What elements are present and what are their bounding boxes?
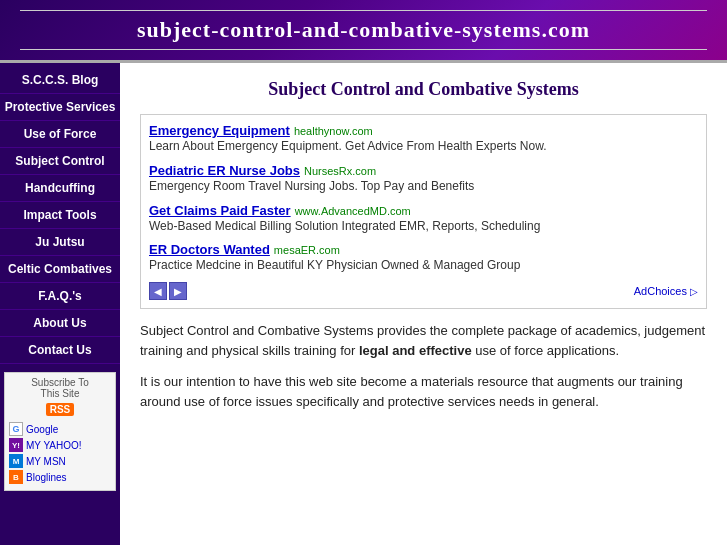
ad-source: healthynow.com	[294, 125, 373, 137]
sub-link-bloglines[interactable]: BBloglines	[9, 470, 111, 484]
ad-source: www.AdvancedMD.com	[295, 205, 411, 217]
msn-icon: M	[9, 454, 23, 468]
sidebar-item-faq[interactable]: F.A.Q.'s	[0, 283, 120, 310]
ad-desc: Web-Based Medical Billing Solution Integ…	[149, 218, 698, 235]
nav-list: S.C.C.S. BlogProtective ServicesUse of F…	[0, 67, 120, 364]
body-para-2: It is our intention to have this web sit…	[140, 372, 707, 411]
bloglines-icon: B	[9, 470, 23, 484]
ad-source: mesaER.com	[274, 244, 340, 256]
main-layout: S.C.C.S. BlogProtective ServicesUse of F…	[0, 63, 727, 545]
sidebar-item-use-of-force[interactable]: Use of Force	[0, 121, 120, 148]
sub-link-label-google: Google	[26, 424, 58, 435]
ad-choices-icon: ▷	[690, 286, 698, 297]
header: subject-control-and-combative-systems.co…	[0, 0, 727, 63]
ads-list: Emergency Equipmenthealthynow.comLearn A…	[149, 123, 698, 274]
sidebar-item-contact[interactable]: Contact Us	[0, 337, 120, 364]
sub-link-yahoo[interactable]: Y!MY YAHOO!	[9, 438, 111, 452]
ad-prev-button[interactable]: ◀	[149, 282, 167, 300]
ad-item: ER Doctors WantedmesaER.comPractice Medc…	[149, 242, 698, 274]
sidebar-item-impact-tools[interactable]: Impact Tools	[0, 202, 120, 229]
ad-nav-buttons: ◀ ▶	[149, 282, 187, 300]
sidebar-item-celtic[interactable]: Celtic Combatives	[0, 256, 120, 283]
ad-item: Pediatric ER Nurse JobsNursesRx.comEmerg…	[149, 163, 698, 195]
site-title: subject-control-and-combative-systems.co…	[20, 17, 707, 43]
ad-source: NursesRx.com	[304, 165, 376, 177]
sidebar-item-ju-jutsu[interactable]: Ju Jutsu	[0, 229, 120, 256]
body-text: Subject Control and Combative Systems pr…	[140, 321, 707, 411]
ad-title[interactable]: Emergency Equipment	[149, 123, 290, 138]
sidebar-item-protective[interactable]: Protective Services	[0, 94, 120, 121]
sidebar-subscription: Subscribe ToThis Site RSS GGoogleY!MY YA…	[4, 372, 116, 491]
sidebar-item-subject-control[interactable]: Subject Control	[0, 148, 120, 175]
sub-link-label-bloglines: Bloglines	[26, 472, 67, 483]
sidebar-item-handcuffing[interactable]: Handcuffing	[0, 175, 120, 202]
header-line-top	[20, 10, 707, 11]
header-line-bottom	[20, 49, 707, 50]
ad-choices: AdChoices ▷	[634, 285, 698, 297]
ad-title[interactable]: Get Claims Paid Faster	[149, 203, 291, 218]
ad-item: Emergency Equipmenthealthynow.comLearn A…	[149, 123, 698, 155]
ad-next-button[interactable]: ▶	[169, 282, 187, 300]
sub-link-google[interactable]: GGoogle	[9, 422, 111, 436]
body-para-1: Subject Control and Combative Systems pr…	[140, 321, 707, 360]
ad-navigation: ◀ ▶ AdChoices ▷	[149, 282, 698, 300]
ad-item: Get Claims Paid Fasterwww.AdvancedMD.com…	[149, 203, 698, 235]
ad-desc: Practice Medcine in Beautiful KY Physici…	[149, 257, 698, 274]
sidebar: S.C.C.S. BlogProtective ServicesUse of F…	[0, 63, 120, 545]
sub-link-label-yahoo: MY YAHOO!	[26, 440, 82, 451]
google-icon: G	[9, 422, 23, 436]
sub-link-label-msn: MY MSN	[26, 456, 66, 467]
yahoo-icon: Y!	[9, 438, 23, 452]
ad-choices-link[interactable]: AdChoices	[634, 285, 687, 297]
content-title: Subject Control and Combative Systems	[140, 79, 707, 100]
content-area: Subject Control and Combative Systems Em…	[120, 63, 727, 545]
ads-box: Emergency Equipmenthealthynow.comLearn A…	[140, 114, 707, 309]
rss-badge[interactable]: RSS	[46, 403, 75, 416]
ad-desc: Emergency Room Travel Nursing Jobs. Top …	[149, 178, 698, 195]
bold-text: legal and effective	[359, 343, 472, 358]
subscription-title: Subscribe ToThis Site	[9, 377, 111, 399]
ad-title[interactable]: Pediatric ER Nurse Jobs	[149, 163, 300, 178]
sidebar-item-about[interactable]: About Us	[0, 310, 120, 337]
sub-links: GGoogleY!MY YAHOO!MMY MSNBBloglines	[9, 422, 111, 484]
ad-title[interactable]: ER Doctors Wanted	[149, 242, 270, 257]
ad-desc: Learn About Emergency Equipment. Get Adv…	[149, 138, 698, 155]
sidebar-item-blog[interactable]: S.C.C.S. Blog	[0, 67, 120, 94]
sub-link-msn[interactable]: MMY MSN	[9, 454, 111, 468]
